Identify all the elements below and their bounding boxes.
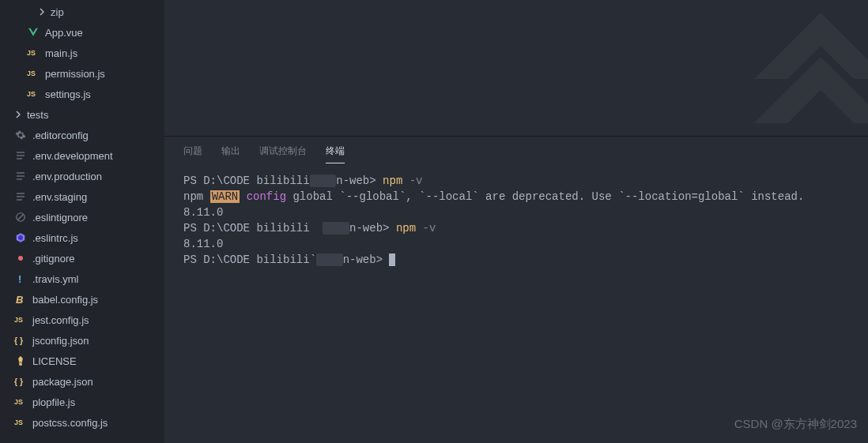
prompt: PS D:\CODE bilibili` n-web> (183, 253, 383, 266)
terminal-line: PS D:\CODE bilibili n-web> npm -v (183, 173, 849, 189)
git-icon (14, 252, 27, 265)
js-icon: JS (14, 416, 27, 429)
svg-text:JS: JS (14, 398, 23, 406)
file-item[interactable]: JSplopfile.js (0, 392, 164, 412)
file-item[interactable]: Bbabel.config.js (0, 289, 164, 310)
redacted-text (316, 253, 343, 266)
file-item[interactable]: LICENSE (0, 351, 164, 371)
file-item[interactable]: !.travis.yml (0, 268, 164, 289)
chevron-right-icon (14, 111, 22, 118)
redacted-text (310, 175, 337, 187)
lines-icon (14, 190, 27, 203)
redacted-text (323, 222, 349, 235)
svg-point-16 (18, 256, 23, 261)
terminal-line: PS D:\CODE bilibili` n-web> (183, 252, 849, 268)
file-name-label: plopfile.js (32, 396, 75, 408)
vue-icon (27, 26, 40, 39)
svg-text:B: B (16, 294, 23, 305)
file-name-label: .env.staging (32, 191, 87, 203)
terminal-line: npm WARN config global `--global`, `--lo… (183, 189, 849, 205)
panel-tab[interactable]: 问题 (183, 138, 202, 163)
command-name: npm (396, 222, 416, 235)
command-flag: -v (409, 175, 423, 187)
file-name-label: .eslintignore (32, 212, 88, 223)
panel-tab[interactable]: 调试控制台 (259, 138, 307, 163)
bottom-panel: 问题输出调试控制台终端 PS D:\CODE bilibili n-web> n… (164, 136, 868, 443)
file-name-label: LICENSE (32, 355, 77, 367)
js-icon: JS (27, 47, 40, 59)
brace-icon: { } (14, 375, 27, 388)
terminal-content[interactable]: PS D:\CODE bilibili n-web> npm -v npm WA… (164, 165, 868, 443)
js-icon: JS (14, 396, 27, 408)
file-item[interactable]: { }jsconfig.json (0, 330, 164, 351)
svg-text:JS: JS (14, 316, 23, 324)
svg-text:{ }: { } (14, 377, 23, 386)
svg-text:JS: JS (27, 49, 36, 57)
file-item[interactable]: .editorconfig (0, 125, 164, 145)
svg-text:JS: JS (27, 90, 36, 98)
svg-line-13 (18, 215, 24, 220)
js-icon: JS (14, 313, 27, 326)
file-name-label: App.vue (45, 27, 83, 39)
panel-tabs: 问题输出调试控制台终端 (164, 137, 868, 165)
file-name-label: .eslintrc.js (32, 232, 78, 244)
file-name-label: zip (51, 6, 64, 18)
terminal-line: 8.11.0 (183, 205, 849, 220)
folder-item[interactable]: zip (0, 2, 164, 22)
main-area: 问题输出调试控制台终端 PS D:\CODE bilibili n-web> n… (164, 0, 868, 443)
js-icon: JS (27, 88, 40, 100)
prompt: PS D:\CODE bilibili n-web> (183, 175, 376, 187)
license-icon (14, 355, 27, 367)
file-name-label: .env.development (32, 150, 113, 162)
file-item[interactable]: App.vue (0, 22, 164, 43)
file-item[interactable]: .env.staging (0, 186, 164, 207)
background-logo (710, 0, 868, 136)
file-name-label: jest.config.js (32, 314, 89, 326)
file-name-label: main.js (45, 47, 77, 59)
folder-item[interactable]: tests (0, 104, 164, 125)
file-name-label: .env.production (32, 171, 102, 182)
editor-area (164, 0, 868, 136)
file-item[interactable]: .eslintignore (0, 207, 164, 227)
excl-icon: ! (14, 272, 27, 285)
file-name-label: package.json (32, 376, 93, 388)
file-item[interactable]: .env.development (0, 145, 164, 166)
eslint-gray-icon (14, 211, 27, 223)
file-item[interactable]: { }package.json (0, 371, 164, 392)
panel-tab[interactable]: 终端 (326, 138, 345, 163)
file-item[interactable]: JSjest.config.js (0, 310, 164, 330)
file-name-label: postcss.config.js (32, 417, 108, 429)
file-name-label: jsconfig.json (32, 335, 89, 347)
file-item[interactable]: .eslintrc.js (0, 227, 164, 248)
file-name-label: settings.js (45, 88, 91, 100)
warn-badge: WARN (210, 190, 240, 203)
panel-tab[interactable]: 输出 (221, 138, 240, 163)
svg-text:JS: JS (14, 419, 23, 426)
terminal-cursor (389, 253, 395, 266)
terminal-line: 8.11.0 (183, 236, 849, 252)
lines-icon (14, 149, 27, 162)
command-flag: -v (423, 222, 436, 235)
file-item[interactable]: JSmain.js (0, 43, 164, 63)
watermark: CSDN @东方神剑2023 (734, 417, 857, 432)
file-item[interactable]: JSsettings.js (0, 84, 164, 104)
config-text: config (247, 190, 286, 203)
file-name-label: tests (27, 109, 48, 121)
js-icon: JS (27, 67, 40, 80)
babel-icon: B (14, 293, 27, 306)
svg-text:JS: JS (27, 69, 36, 77)
file-item[interactable]: .env.production (0, 166, 164, 186)
file-name-label: babel.config.js (32, 294, 98, 306)
file-explorer-sidebar[interactable]: zipApp.vueJSmain.jsJSpermission.jsJSsett… (0, 0, 164, 443)
command-name: npm (383, 175, 402, 187)
file-name-label: .gitignore (32, 253, 74, 265)
file-item[interactable]: JSpermission.js (0, 63, 164, 84)
file-item[interactable]: JSpostcss.config.js (0, 412, 164, 433)
svg-text:!: ! (18, 273, 21, 284)
file-item[interactable]: .gitignore (0, 248, 164, 268)
file-name-label: permission.js (45, 68, 105, 80)
file-name-label: .editorconfig (32, 130, 89, 141)
file-name-label: .travis.yml (32, 273, 79, 285)
terminal-line: PS D:\CODE bilibili n-web> npm -v (183, 220, 849, 236)
brace-icon: { } (14, 334, 27, 347)
